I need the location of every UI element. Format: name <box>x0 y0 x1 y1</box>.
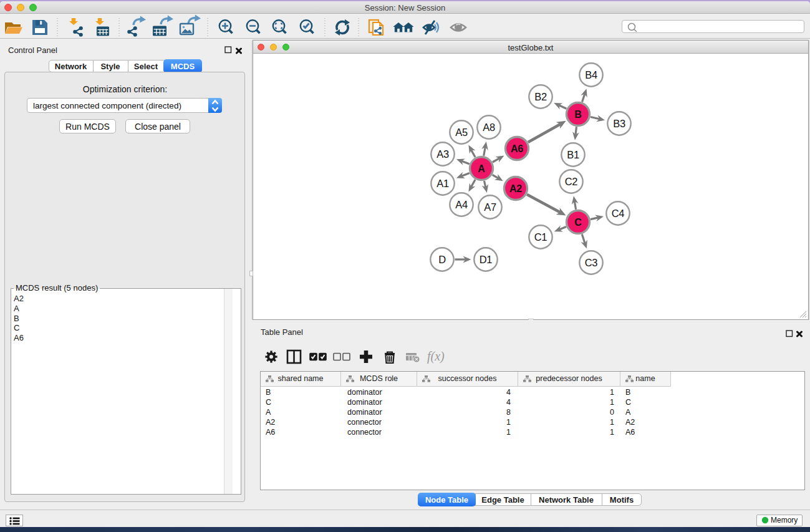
svg-text:A3: A3 <box>436 148 449 160</box>
svg-text:B: B <box>574 109 581 120</box>
svg-text:A8: A8 <box>483 122 495 133</box>
svg-text:C2: C2 <box>565 176 578 187</box>
svg-text:D1: D1 <box>480 254 493 265</box>
svg-text:B4: B4 <box>585 69 597 80</box>
svg-text:C1: C1 <box>534 231 547 243</box>
svg-text:C: C <box>574 217 582 228</box>
svg-text:A: A <box>478 163 485 174</box>
svg-text:A4: A4 <box>455 199 468 210</box>
svg-text:A5: A5 <box>455 127 468 138</box>
svg-text:D: D <box>438 254 446 265</box>
svg-text:A7: A7 <box>484 201 496 213</box>
svg-text:B3: B3 <box>613 118 625 129</box>
svg-text:B2: B2 <box>534 91 547 102</box>
svg-text:B1: B1 <box>567 149 579 160</box>
svg-text:A6: A6 <box>511 143 523 154</box>
svg-text:A2: A2 <box>509 183 522 194</box>
svg-text:C4: C4 <box>612 208 625 219</box>
svg-text:f(x): f(x) <box>427 349 445 364</box>
svg-text:C3: C3 <box>585 257 598 268</box>
svg-text:A1: A1 <box>436 178 449 189</box>
